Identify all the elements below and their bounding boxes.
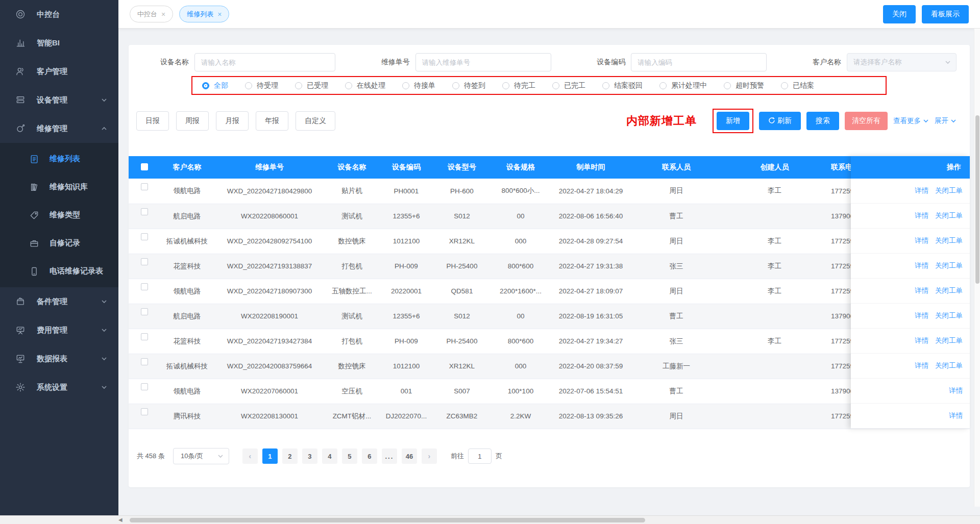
sidebar-item-数据报表[interactable]: 数据报表 <box>0 344 118 373</box>
sidebar-item-维修类型[interactable]: 维修类型 <box>0 201 118 229</box>
sidebar-item-设备管理[interactable]: 设备管理 <box>0 86 118 114</box>
expand-link[interactable]: 展开 <box>935 116 957 126</box>
close-order-link[interactable]: 关闭工单 <box>935 336 963 345</box>
sidebar-item-维修知识库[interactable]: 维修知识库 <box>0 173 118 201</box>
detail-link[interactable]: 详情 <box>915 286 928 295</box>
close-icon[interactable]: × <box>161 11 165 18</box>
page-size-select[interactable]: 10条/页 <box>173 448 229 464</box>
horizontal-scrollbar[interactable]: ◀ <box>0 515 980 524</box>
report-button-月报[interactable]: 月报 <box>216 111 249 131</box>
detail-link[interactable]: 详情 <box>915 236 928 245</box>
row-checkbox[interactable] <box>141 383 148 390</box>
status-radio-待受理[interactable]: 待受理 <box>245 81 278 90</box>
page-button-1[interactable]: 1 <box>262 448 278 464</box>
customer-name-select[interactable]: 请选择客户名称 <box>847 53 957 71</box>
page-button-4[interactable]: 4 <box>322 448 337 464</box>
sidebar-item-智能BI[interactable]: 智能BI <box>0 29 118 57</box>
table-row[interactable]: 花篮科技WXD_20220427193427384打包机PH-009PH-254… <box>129 329 970 354</box>
close-order-link[interactable]: 关闭工单 <box>935 186 963 195</box>
next-page-button[interactable]: › <box>422 448 437 464</box>
row-checkbox[interactable] <box>141 408 148 415</box>
page-button-6[interactable]: 6 <box>362 448 377 464</box>
detail-link[interactable]: 详情 <box>915 186 928 195</box>
refresh-button[interactable]: 刷新 <box>759 112 801 130</box>
page-button-3[interactable]: 3 <box>302 448 317 464</box>
status-radio-累计处理中[interactable]: 累计处理中 <box>659 81 707 90</box>
page-ellipsis[interactable]: ... <box>382 448 397 464</box>
table-row[interactable]: 航启电路WX202208190001测试机12355+6S012002022-0… <box>129 304 970 329</box>
sidebar-item-客户管理[interactable]: 客户管理 <box>0 57 118 86</box>
status-radio-待完工[interactable]: 待完工 <box>502 81 535 90</box>
device-code-input[interactable] <box>631 53 767 71</box>
table-row[interactable]: 花篮科技WXD_20220427193138837打包机PH-009PH-254… <box>129 254 970 279</box>
horizontal-scrollbar-thumb[interactable] <box>130 518 645 522</box>
prev-page-button[interactable]: ‹ <box>242 448 258 464</box>
sidebar-item-备件管理[interactable]: 备件管理 <box>0 287 118 316</box>
table-row[interactable]: 领航电路WXD_20220427180429800贴片机PH0001PH-600… <box>129 179 970 204</box>
sidebar-item-费用管理[interactable]: 费用管理 <box>0 316 118 344</box>
select-all-checkbox[interactable] <box>141 163 148 170</box>
status-radio-已受理[interactable]: 已受理 <box>295 81 328 90</box>
tab-repair-list[interactable]: 维修列表 × <box>179 6 229 22</box>
device-name-input[interactable] <box>194 53 335 71</box>
row-checkbox[interactable] <box>141 208 148 215</box>
repair-no-input[interactable] <box>415 53 551 71</box>
close-icon[interactable]: × <box>217 11 222 18</box>
status-radio-待接单[interactable]: 待接单 <box>402 81 435 90</box>
sidebar-item-电话维修记录表[interactable]: 电话维修记录表 <box>0 257 118 285</box>
row-checkbox[interactable] <box>141 308 148 315</box>
report-button-年报[interactable]: 年报 <box>256 111 288 131</box>
report-button-日报[interactable]: 日报 <box>136 111 169 131</box>
status-radio-已结案[interactable]: 已结案 <box>781 81 814 90</box>
close-order-link[interactable]: 关闭工单 <box>935 211 963 220</box>
row-checkbox[interactable] <box>141 233 148 240</box>
sidebar-item-系统设置[interactable]: 系统设置 <box>0 373 118 402</box>
detail-link[interactable]: 详情 <box>949 386 963 395</box>
close-order-link[interactable]: 关闭工单 <box>935 261 963 270</box>
clear-all-button[interactable]: 清空所有 <box>845 112 888 130</box>
status-radio-全部[interactable]: 全部 <box>202 81 228 90</box>
page-button-2[interactable]: 2 <box>282 448 298 464</box>
row-checkbox[interactable] <box>141 358 148 365</box>
page-button-5[interactable]: 5 <box>342 448 357 464</box>
status-radio-已完工[interactable]: 已完工 <box>552 81 585 90</box>
close-order-link[interactable]: 关闭工单 <box>935 311 963 320</box>
table-row[interactable]: 拓诚机械科技WXD_20220428092754100数控铣床1012100XR… <box>129 229 970 254</box>
sidebar-item-自修记录[interactable]: 自修记录 <box>0 229 118 257</box>
table-row[interactable]: 领航电路WX202207060001空压机001S007100*1002022-… <box>129 379 970 404</box>
search-button[interactable]: 搜索 <box>806 112 839 130</box>
close-order-link[interactable]: 关闭工单 <box>935 361 963 370</box>
row-checkbox[interactable] <box>141 258 148 265</box>
table-row[interactable]: 航启电路WX202208060001测试机12355+6S012002022-0… <box>129 204 970 229</box>
status-radio-结案驳回[interactable]: 结案驳回 <box>602 81 643 90</box>
table-row[interactable]: 领航电路WXD_20220427180907300五轴数控工...2022000… <box>129 279 970 304</box>
detail-link[interactable]: 详情 <box>915 336 928 345</box>
detail-link[interactable]: 详情 <box>915 311 928 320</box>
goto-page-input[interactable] <box>468 448 492 464</box>
detail-link[interactable]: 详情 <box>915 211 928 220</box>
page-button-46[interactable]: 46 <box>402 448 417 464</box>
table-row[interactable]: 拓诚机械科技WXD_20220420083759664数控铣床1012100XR… <box>129 354 970 379</box>
sidebar-item-维修管理[interactable]: 维修管理 <box>0 114 118 143</box>
board-display-button[interactable]: 看板展示 <box>922 5 969 23</box>
view-more-link[interactable]: 查看更多 <box>893 116 929 126</box>
report-button-周报[interactable]: 周报 <box>176 111 209 131</box>
vertical-scrollbar[interactable] <box>974 29 980 507</box>
close-order-link[interactable]: 关闭工单 <box>935 286 963 295</box>
detail-link[interactable]: 详情 <box>949 411 963 420</box>
status-radio-在线处理[interactable]: 在线处理 <box>345 81 385 90</box>
row-checkbox[interactable] <box>141 283 148 290</box>
sidebar-item-维修列表[interactable]: 维修列表 <box>0 145 118 173</box>
report-button-自定义[interactable]: 自定义 <box>296 111 335 131</box>
vertical-scrollbar-thumb[interactable] <box>975 115 979 284</box>
status-radio-待签到[interactable]: 待签到 <box>452 81 485 90</box>
close-button[interactable]: 关闭 <box>883 5 916 23</box>
add-button[interactable]: 新增 <box>717 112 749 130</box>
table-row[interactable]: 腾讯科技WX202208130001ZCMT铝材...DJ2022070...Z… <box>129 404 970 429</box>
detail-link[interactable]: 详情 <box>915 261 928 270</box>
scroll-left-arrow-icon[interactable]: ◀ <box>118 517 122 522</box>
status-radio-超时预警[interactable]: 超时预警 <box>724 81 764 90</box>
tab-console[interactable]: 中控台 × <box>130 6 173 22</box>
detail-link[interactable]: 详情 <box>915 361 928 370</box>
row-checkbox[interactable] <box>141 183 148 190</box>
